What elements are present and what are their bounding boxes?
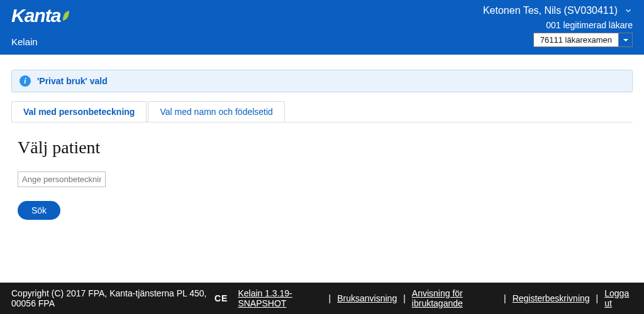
- logo-text: Kanta: [11, 5, 60, 26]
- footer: Copyright (C) 2017 FPA, Kanta-tjänsterna…: [0, 283, 644, 314]
- info-banner: i 'Privat bruk' vald: [11, 70, 633, 92]
- tab-name-birth[interactable]: Val med namn och födelsetid: [148, 101, 285, 122]
- content-area: i 'Privat bruk' vald Val med personbetec…: [0, 55, 644, 283]
- footer-copyright: Copyright (C) 2017 FPA, Kanta-tjänsterna…: [11, 288, 209, 308]
- footer-link-logout[interactable]: Logga ut: [604, 288, 633, 308]
- search-button[interactable]: Sök: [18, 201, 60, 220]
- caret-down-icon: [623, 37, 629, 43]
- role-label: 001 legitimerad läkare: [483, 20, 633, 30]
- role-select-caret[interactable]: [619, 33, 633, 47]
- footer-separator: |: [502, 293, 508, 303]
- panel-heading: Välj patient: [18, 138, 626, 158]
- footer-separator: |: [595, 293, 600, 303]
- tab-person-id[interactable]: Val med personbeteckning: [11, 101, 147, 122]
- footer-separator: |: [402, 293, 407, 303]
- person-id-input[interactable]: [18, 171, 106, 187]
- app-header: Kanta Kelain Ketonen Tes, Nils (SV030411…: [0, 0, 644, 55]
- footer-link-version[interactable]: Kelain 1.3.19-SNAPSHOT: [238, 288, 322, 308]
- role-select[interactable]: 76111 läkarexamen: [533, 33, 633, 47]
- ce-mark-icon: CE: [214, 293, 228, 303]
- user-display-name: Ketonen Tes, Nils (SV030411): [483, 5, 618, 16]
- chevron-down-icon: [624, 6, 633, 15]
- footer-link-manual[interactable]: Bruksanvisning: [337, 293, 397, 303]
- info-icon: i: [19, 75, 31, 87]
- logo-leaf-icon: [62, 9, 70, 22]
- footer-link-deployment[interactable]: Anvisning för ibruktagande: [412, 288, 497, 308]
- role-select-value: 76111 läkarexamen: [533, 33, 619, 47]
- footer-separator: |: [328, 293, 333, 303]
- tab-bar: Val med personbeteckning Val med namn oc…: [11, 101, 633, 122]
- user-menu[interactable]: Ketonen Tes, Nils (SV030411): [483, 5, 633, 16]
- info-banner-text: 'Privat bruk' vald: [37, 76, 108, 86]
- select-patient-panel: Välj patient Sök: [11, 122, 633, 220]
- footer-link-register[interactable]: Registerbeskrivning: [513, 293, 590, 303]
- header-right: Ketonen Tes, Nils (SV030411) 001 legitim…: [483, 5, 633, 47]
